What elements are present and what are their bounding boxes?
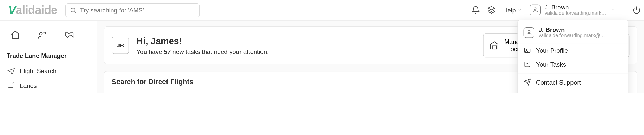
- layers-icon[interactable]: [487, 6, 495, 14]
- sidebar-item-flight-search[interactable]: Flight Search: [7, 63, 90, 78]
- dd-knowledge-base[interactable]: Knowledge Base: [518, 89, 628, 93]
- dd-user-email: validaide.forwarding.mark@…: [539, 33, 605, 39]
- logo[interactable]: Validaide: [8, 4, 57, 17]
- user-initials-badge: JB: [112, 37, 129, 54]
- avatar-icon: [524, 27, 534, 38]
- paper-plane-icon: [524, 78, 531, 86]
- sidebar-heading-tlm: Trade Lane Manager: [7, 52, 90, 59]
- dd-item-label: Your Tasks: [536, 61, 566, 68]
- search-input[interactable]: [80, 7, 195, 14]
- global-search[interactable]: [66, 3, 200, 17]
- handoff-icon[interactable]: [37, 30, 48, 40]
- svg-point-7: [13, 83, 14, 84]
- logo-text: alidaide: [16, 4, 57, 16]
- handshake-icon[interactable]: [65, 30, 77, 40]
- dd-user-name: J. Brown: [539, 26, 605, 33]
- user-name: J. Brown: [545, 4, 606, 11]
- svg-rect-22: [525, 62, 530, 67]
- dd-item-label: Your Profile: [536, 47, 568, 54]
- help-label: Help: [503, 7, 516, 14]
- warehouse-icon: [490, 40, 499, 50]
- svg-point-0: [71, 8, 75, 12]
- avatar-icon: [530, 5, 541, 16]
- svg-marker-2: [488, 7, 495, 10]
- svg-point-21: [526, 49, 527, 51]
- svg-point-5: [40, 32, 42, 35]
- tasks-icon: [524, 61, 531, 68]
- route-icon: [7, 82, 15, 89]
- help-menu[interactable]: Help: [503, 7, 522, 14]
- lifebuoy-icon: [524, 92, 531, 93]
- dd-item-label: Contact Support: [536, 79, 581, 86]
- svg-line-1: [75, 11, 76, 13]
- welcome-greeting: Hi, James!: [137, 36, 476, 46]
- user-dropdown: J. Brown validaide.forwarding.mark@… You…: [517, 20, 628, 93]
- user-email: validaide.forwarding.mark…: [545, 11, 606, 16]
- dd-your-tasks[interactable]: Your Tasks: [518, 57, 628, 71]
- svg-point-6: [8, 87, 10, 88]
- search-icon: [70, 7, 77, 14]
- user-menu-trigger[interactable]: J. Brown validaide.forwarding.mark…: [530, 4, 625, 17]
- welcome-tasks-line: You have 57 new tasks that need your att…: [137, 48, 476, 55]
- svg-point-19: [528, 30, 530, 33]
- power-icon[interactable]: [633, 6, 641, 14]
- dd-your-profile[interactable]: Your Profile: [518, 43, 628, 57]
- chevron-down-icon: [517, 8, 522, 12]
- id-card-icon: [524, 47, 531, 54]
- chevron-down-icon: [610, 8, 615, 12]
- svg-point-3: [534, 8, 536, 10]
- notifications-icon[interactable]: [472, 6, 480, 14]
- sidebar-item-lanes[interactable]: Lanes: [7, 78, 90, 93]
- dd-contact-support[interactable]: Contact Support: [518, 75, 628, 89]
- sidebar-item-label: Lanes: [20, 82, 37, 89]
- svg-rect-10: [492, 46, 496, 49]
- home-icon[interactable]: [10, 30, 21, 40]
- logo-mark: V: [8, 4, 16, 16]
- airplane-icon: [7, 67, 15, 74]
- sidebar-item-label: Flight Search: [20, 67, 56, 74]
